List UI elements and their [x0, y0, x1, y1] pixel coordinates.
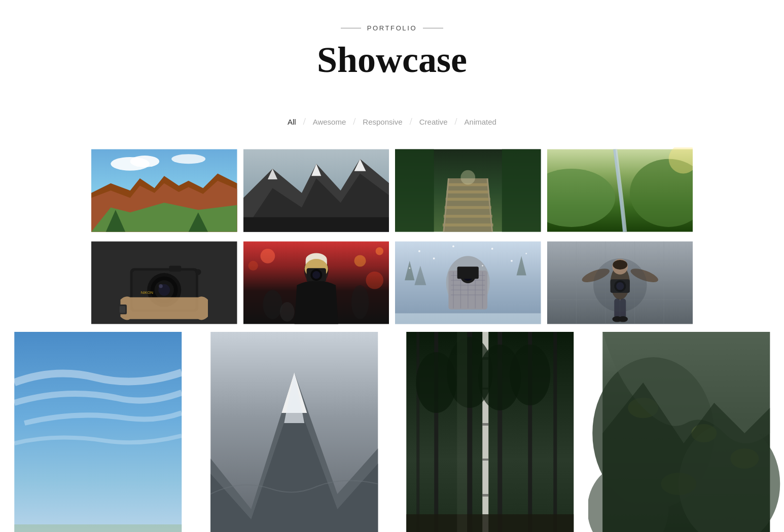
portfolio-item-snowy-photographer[interactable] [395, 240, 541, 326]
separator-4: / [455, 117, 457, 127]
svg-rect-130 [482, 459, 488, 461]
svg-point-82 [418, 250, 420, 252]
svg-rect-129 [482, 423, 488, 426]
portfolio-image-snowy-photographer [395, 240, 541, 326]
svg-point-110 [618, 316, 627, 322]
svg-point-28 [460, 170, 475, 185]
portfolio-item-bridge[interactable] [395, 147, 541, 234]
separator-1: / [303, 117, 306, 127]
filter-awesome[interactable]: Awesome [313, 118, 346, 126]
portfolio-image-bridge [395, 147, 541, 234]
portfolio-image-camera-hand: NIKON [91, 240, 237, 326]
svg-text:NIKON: NIKON [141, 290, 153, 295]
svg-point-3 [171, 154, 205, 164]
svg-point-135 [510, 345, 550, 405]
svg-rect-42 [120, 306, 126, 313]
portfolio-item-canyon[interactable] [91, 147, 237, 234]
portfolio-image-canyon [91, 147, 237, 234]
label-line-left [341, 28, 361, 28]
bottom-item-dark-mountain[interactable] [588, 332, 785, 532]
svg-rect-125 [416, 332, 419, 532]
svg-rect-90 [395, 314, 541, 324]
svg-point-83 [433, 257, 435, 259]
svg-rect-81 [457, 267, 479, 279]
portfolio-item-camera-hand[interactable]: NIKON [91, 240, 237, 326]
filter-animated[interactable]: Animated [465, 118, 496, 126]
svg-rect-124 [553, 332, 557, 532]
filter-nav: All / Awesome / Responsive / Creative / … [0, 117, 784, 127]
svg-point-87 [409, 268, 410, 269]
svg-point-47 [260, 249, 275, 263]
svg-rect-17 [395, 149, 434, 232]
svg-point-111 [593, 258, 647, 312]
bottom-item-forest[interactable] [392, 332, 588, 532]
filter-all[interactable]: All [288, 118, 296, 126]
svg-rect-25 [443, 223, 493, 226]
portfolio-image-valley [547, 147, 693, 234]
portfolio-item-aerial[interactable] [547, 240, 693, 326]
svg-point-89 [482, 265, 483, 267]
portfolio-image-aerial [547, 240, 693, 326]
svg-rect-137 [457, 332, 467, 532]
svg-rect-15 [243, 217, 389, 232]
svg-rect-24 [444, 215, 492, 218]
svg-rect-113 [14, 524, 182, 532]
portfolio-label: PORTFOLIO [0, 24, 784, 32]
bottom-item-sky[interactable] [0, 332, 196, 532]
svg-point-85 [511, 260, 513, 262]
svg-point-2 [130, 156, 160, 167]
portfolio-grid-row1 [0, 147, 784, 234]
portfolio-image-mountains [243, 147, 389, 234]
page-title: Showcase [0, 40, 784, 80]
separator-3: / [410, 117, 412, 127]
portfolio-item-mountains[interactable] [243, 147, 389, 234]
portfolio-text: PORTFOLIO [367, 24, 417, 32]
svg-point-44 [195, 269, 201, 275]
svg-point-88 [525, 253, 527, 254]
svg-point-86 [452, 245, 454, 247]
label-line-right [423, 28, 443, 28]
portfolio-item-street-photographer[interactable] [243, 240, 389, 326]
svg-rect-112 [14, 332, 182, 532]
svg-point-58 [312, 271, 320, 279]
svg-rect-21 [447, 191, 489, 194]
svg-rect-43 [169, 266, 181, 272]
portfolio-item-valley[interactable] [547, 147, 693, 234]
bottom-item-mountain-snow[interactable] [196, 332, 393, 532]
svg-point-59 [263, 290, 282, 320]
page-header: PORTFOLIO Showcase [0, 0, 784, 117]
svg-point-50 [248, 261, 258, 271]
svg-rect-136 [406, 514, 574, 532]
svg-point-60 [351, 285, 369, 319]
portfolio-image-street-photographer [243, 240, 389, 326]
svg-point-49 [375, 247, 383, 255]
svg-rect-22 [446, 198, 490, 201]
svg-rect-131 [482, 494, 488, 497]
bottom-grid [0, 332, 784, 532]
svg-rect-18 [502, 149, 541, 232]
svg-rect-23 [445, 206, 491, 209]
svg-point-61 [279, 302, 294, 322]
portfolio-grid-row2: NIKON [0, 240, 784, 326]
svg-point-84 [491, 248, 493, 250]
svg-point-48 [354, 255, 366, 267]
separator-2: / [353, 117, 355, 127]
svg-point-40 [159, 284, 163, 288]
filter-creative[interactable]: Creative [419, 118, 448, 126]
svg-point-51 [366, 272, 383, 289]
filter-responsive[interactable]: Responsive [363, 118, 402, 126]
